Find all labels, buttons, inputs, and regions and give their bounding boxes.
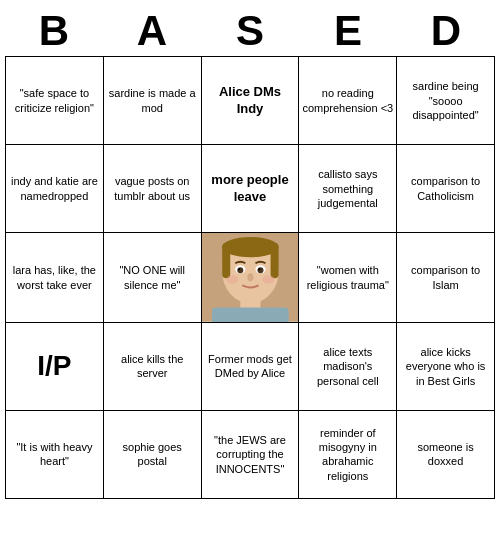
bingo-cell-r0c0: "safe space to criticize religion" [6, 57, 104, 145]
cell-text-r2c0: lara has, like, the worst take ever [9, 263, 100, 292]
cell-text-r3c1: alice kills the server [107, 352, 198, 381]
cell-text-r1c3: callisto says something judgemental [302, 167, 393, 210]
cell-text-r0c3: no reading comprehension <3 [302, 86, 393, 115]
cell-text-r4c0: "It is with heavy heart" [9, 440, 100, 469]
header-d: D [397, 6, 495, 56]
bingo-container: B A S E D "safe space to criticize relig… [5, 6, 495, 499]
cell-text-r0c2: Alice DMs Indy [205, 84, 296, 118]
cell-text-r4c2: "the JEWS are corrupting the INNOCENTS" [205, 433, 296, 476]
bingo-cell-r3c2: Former mods get DMed by Alice [202, 323, 300, 411]
bingo-cell-r0c3: no reading comprehension <3 [299, 57, 397, 145]
cell-text-r1c0: indy and katie are namedropped [9, 174, 100, 203]
bingo-cell-r0c2: Alice DMs Indy [202, 57, 300, 145]
cell-text-r4c1: sophie goes postal [107, 440, 198, 469]
bingo-cell-r3c3: alice texts madison's personal cell [299, 323, 397, 411]
bingo-cell-r0c4: sardine being "soooo disappointed" [397, 57, 495, 145]
bingo-cell-r1c0: indy and katie are namedropped [6, 145, 104, 233]
svg-point-15 [226, 276, 238, 284]
cell-text-r4c3: reminder of misogyny in abrahamic religi… [302, 426, 393, 483]
bingo-header: B A S E D [5, 6, 495, 56]
bingo-cell-r3c1: alice kills the server [104, 323, 202, 411]
bingo-cell-r0c1: sardine is made a mod [104, 57, 202, 145]
bingo-cell-r4c2: "the JEWS are corrupting the INNOCENTS" [202, 411, 300, 499]
bingo-cell-r1c1: vague posts on tumblr about us [104, 145, 202, 233]
cell-text-r3c4: alice kicks everyone who is in Best Girl… [400, 345, 491, 388]
svg-rect-3 [212, 308, 289, 322]
svg-rect-7 [270, 243, 278, 278]
cell-text-r0c4: sardine being "soooo disappointed" [400, 79, 491, 122]
cell-text-r0c1: sardine is made a mod [107, 86, 198, 115]
bingo-cell-r4c0: "It is with heavy heart" [6, 411, 104, 499]
bingo-grid: "safe space to criticize religion"sardin… [5, 56, 495, 499]
cell-text-r2c1: "NO ONE will silence me" [107, 263, 198, 292]
bingo-cell-r4c3: reminder of misogyny in abrahamic religi… [299, 411, 397, 499]
cell-text-r1c1: vague posts on tumblr about us [107, 174, 198, 203]
cell-text-r3c3: alice texts madison's personal cell [302, 345, 393, 388]
bingo-cell-r2c2 [202, 233, 300, 323]
cell-text-r3c0: I/P [37, 348, 71, 384]
cell-text-r1c2: more people leave [205, 172, 296, 206]
svg-point-11 [257, 267, 263, 273]
cell-text-r3c2: Former mods get DMed by Alice [205, 352, 296, 381]
bingo-cell-r1c3: callisto says something judgemental [299, 145, 397, 233]
cell-text-r2c4: comparison to Islam [400, 263, 491, 292]
header-b: B [5, 6, 103, 56]
bingo-cell-r2c0: lara has, like, the worst take ever [6, 233, 104, 323]
header-s: S [201, 6, 299, 56]
svg-point-13 [258, 268, 260, 270]
svg-point-12 [238, 268, 240, 270]
bingo-cell-r3c4: alice kicks everyone who is in Best Girl… [397, 323, 495, 411]
bingo-cell-r2c4: comparison to Islam [397, 233, 495, 323]
header-e: E [299, 6, 397, 56]
bingo-cell-r4c4: someone is doxxed [397, 411, 495, 499]
header-a: A [103, 6, 201, 56]
bingo-cell-r1c4: comparison to Catholicism [397, 145, 495, 233]
cell-text-r2c3: "women with religious trauma" [302, 263, 393, 292]
svg-rect-6 [222, 243, 230, 278]
cell-text-r4c4: someone is doxxed [400, 440, 491, 469]
svg-point-5 [222, 237, 278, 257]
cell-text-r1c4: comparison to Catholicism [400, 174, 491, 203]
bingo-cell-r4c1: sophie goes postal [104, 411, 202, 499]
svg-point-10 [237, 267, 243, 273]
bingo-cell-r2c1: "NO ONE will silence me" [104, 233, 202, 323]
svg-point-16 [262, 276, 274, 284]
bingo-cell-r2c3: "women with religious trauma" [299, 233, 397, 323]
cell-text-r0c0: "safe space to criticize religion" [9, 86, 100, 115]
bingo-cell-r3c0: I/P [6, 323, 104, 411]
bingo-cell-r1c2: more people leave [202, 145, 300, 233]
svg-point-14 [247, 274, 253, 282]
